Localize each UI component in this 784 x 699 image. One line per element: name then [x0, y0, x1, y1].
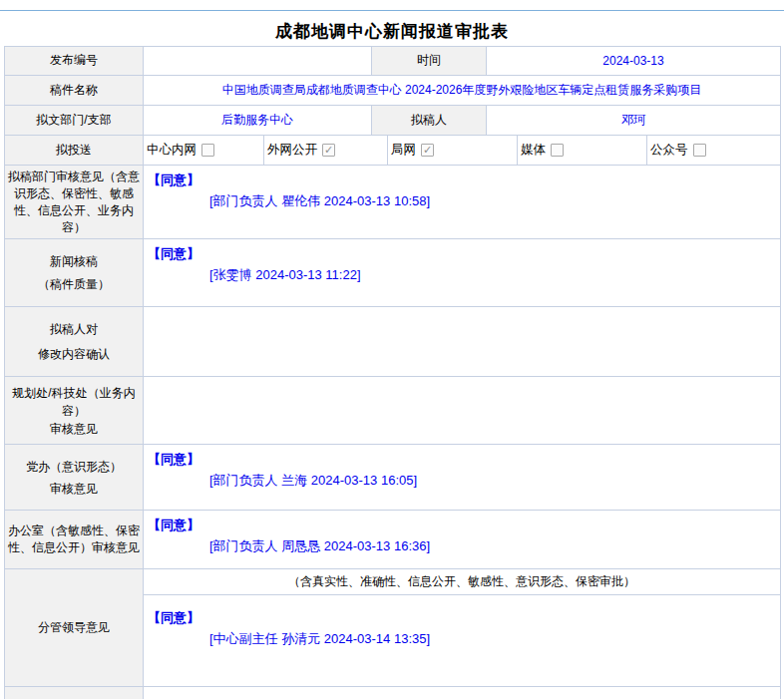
row-review-news-check: 新闻核稿 （稿件质量） 【同意】 [张雯博 2024-03-13 11:22] [5, 239, 781, 307]
manuscript-label: 稿件名称 [5, 76, 144, 106]
review-party-office-label: 党办（意识形态） 审核意见 [5, 445, 144, 511]
time-value: 2024-03-13 [487, 47, 781, 76]
signer-text: [部门负责人 兰海 2024-03-13 16:05] [148, 472, 776, 490]
row-review-planning: 规划处/科技处（业务内容） 审核意见 [5, 377, 781, 445]
issue-number-value[interactable] [144, 47, 372, 76]
row-leader-opinion: 分管领导意见 （含真实性、准确性、信息公开、敏感性、意识形态、保密审批） 【同意… [5, 569, 781, 687]
channel-wechat: 公众号 [647, 136, 781, 166]
channel-media: 媒体 [518, 136, 647, 166]
channel-media-label: 媒体 [521, 142, 546, 159]
issue-number-label: 发布编号 [5, 47, 144, 76]
review-planning-label: 规划处/科技处（业务内容） 审核意见 [5, 377, 144, 445]
agree-text: 【同意】 [148, 245, 776, 263]
channel-intranet-label: 中心内网 [147, 142, 196, 159]
row-dept-drafter: 拟文部门/支部 后勤服务中心 拟稿人 邓珂 [5, 106, 781, 136]
channel-media-checkbox[interactable] [551, 144, 564, 157]
row-manuscript: 稿件名称 中国地质调查局成都地质调查中心 2024-2026年度野外艰险地区车辆… [5, 76, 781, 106]
review-general-office-label: 办公室（含敏感性、保密性、信息公开）审核意见 [5, 511, 144, 569]
dept-value: 后勤服务中心 [144, 106, 372, 136]
review-planning-comment [144, 377, 781, 445]
channel-external-web-checkbox[interactable]: ✓ [322, 144, 335, 157]
channel-intranet: 中心内网 [144, 136, 264, 166]
drafter-value: 邓珂 [487, 106, 781, 136]
approval-form-table: 发布编号 时间 2024-03-13 稿件名称 中国地质调查局成都地质调查中心 … [4, 46, 781, 699]
submit-to-label: 拟投送 [5, 136, 144, 166]
channel-bureau-net-label: 局网 [391, 142, 416, 159]
channel-wechat-label: 公众号 [650, 142, 688, 159]
review-news-check-label: 新闻核稿 （稿件质量） [5, 239, 144, 307]
row-review-general-office: 办公室（含敏感性、保密性、信息公开）审核意见 【同意】 [部门负责人 周恳恳 2… [5, 511, 781, 569]
manuscript-value: 中国地质调查局成都地质调查中心 2024-2026年度野外艰险地区车辆定点租赁服… [144, 76, 781, 106]
review-general-office-comment: 【同意】 [部门负责人 周恳恳 2024-03-13 16:36] [144, 511, 781, 569]
channel-bureau-net: 局网 ✓ [388, 136, 518, 166]
time-label: 时间 [372, 47, 487, 76]
agree-text: 【同意】 [148, 609, 784, 627]
row-review-drafting-dept: 拟稿部门审核意见（含意识形态、保密性、敏感性、信息公开、业务内容） 【同意】 [… [5, 166, 781, 239]
leader-opinion-note: （含真实性、准确性、信息公开、敏感性、意识形态、保密审批） [144, 569, 781, 595]
channel-bureau-net-checkbox[interactable]: ✓ [421, 144, 434, 157]
partial-row-content [144, 687, 781, 699]
leader-opinion-comment: 【同意】 [中心副主任 孙清元 2024-03-14 13:35] [144, 595, 781, 687]
partial-row-label [5, 687, 144, 699]
row-review-party-office: 党办（意识形态） 审核意见 【同意】 [部门负责人 兰海 2024-03-13 … [5, 445, 781, 511]
review-drafting-dept-label: 拟稿部门审核意见（含意识形态、保密性、敏感性、信息公开、业务内容） [5, 166, 144, 239]
row-submit-channels: 拟投送 中心内网 外网公开 ✓ 局网 ✓ 媒体 公众号 [5, 136, 781, 166]
signer-text: [张雯博 2024-03-13 11:22] [148, 266, 776, 284]
agree-text: 【同意】 [148, 451, 776, 469]
review-drafter-confirm-comment [144, 307, 781, 377]
channel-external-web-label: 外网公开 [267, 142, 317, 159]
page-title: 成都地调中心新闻报道审批表 [0, 0, 784, 46]
review-news-check-comment: 【同意】 [张雯博 2024-03-13 11:22] [144, 239, 781, 307]
channel-wechat-checkbox[interactable] [693, 144, 706, 157]
channel-intranet-checkbox[interactable] [201, 144, 214, 157]
agree-text: 【同意】 [148, 517, 776, 534]
dept-label: 拟文部门/支部 [5, 106, 144, 136]
row-review-drafter-confirm: 拟稿人对 修改内容确认 [5, 307, 781, 377]
top-accent-line [0, 10, 784, 11]
drafter-label: 拟稿人 [372, 106, 487, 136]
signer-text: [部门负责人 瞿伦伟 2024-03-13 10:58] [148, 192, 776, 210]
leader-opinion-label: 分管领导意见 [5, 569, 144, 687]
review-drafter-confirm-label: 拟稿人对 修改内容确认 [5, 307, 144, 377]
leader-opinion-right: （含真实性、准确性、信息公开、敏感性、意识形态、保密审批） 【同意】 [中心副主… [144, 569, 781, 687]
review-party-office-comment: 【同意】 [部门负责人 兰海 2024-03-13 16:05] [144, 445, 781, 511]
row-issue-time: 发布编号 时间 2024-03-13 [5, 47, 781, 76]
row-partial-bottom [5, 687, 781, 699]
review-drafting-dept-comment: 【同意】 [部门负责人 瞿伦伟 2024-03-13 10:58] [144, 166, 781, 239]
agree-text: 【同意】 [148, 172, 776, 189]
channel-external-web: 外网公开 ✓ [264, 136, 388, 166]
signer-text: [部门负责人 周恳恳 2024-03-13 16:36] [148, 537, 776, 555]
signer-text: [中心副主任 孙清元 2024-03-14 13:35] [148, 630, 784, 648]
